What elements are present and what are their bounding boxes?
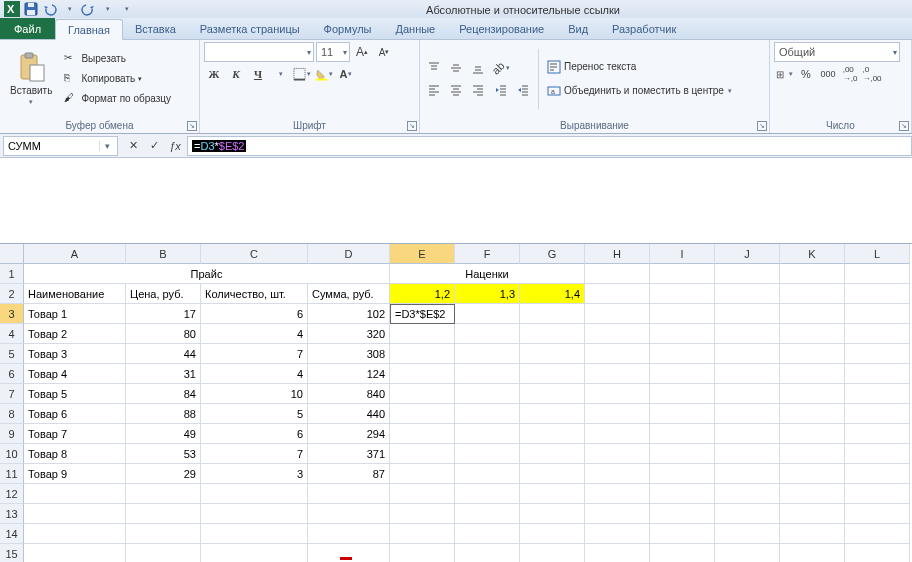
cell[interactable] <box>715 464 780 484</box>
paste-button[interactable]: Вставить ▾ <box>4 49 58 108</box>
cell[interactable] <box>650 384 715 404</box>
cell[interactable] <box>520 424 585 444</box>
cell[interactable] <box>780 424 845 444</box>
cell[interactable] <box>650 504 715 524</box>
row-header[interactable]: 1 <box>0 264 24 284</box>
cell[interactable]: 1,2 <box>390 284 455 304</box>
file-tab[interactable]: Файл <box>0 18 55 39</box>
cell[interactable]: 1,4 <box>520 284 585 304</box>
cell[interactable] <box>585 444 650 464</box>
row-header[interactable]: 10 <box>0 444 24 464</box>
cell[interactable] <box>390 324 455 344</box>
name-box[interactable]: СУММ <box>3 136 118 156</box>
cell[interactable] <box>390 384 455 404</box>
wrap-text-button[interactable]: Перенос текста <box>544 59 735 75</box>
cell[interactable] <box>520 464 585 484</box>
col-header[interactable]: G <box>520 244 585 264</box>
insert-function-icon[interactable]: ƒх <box>165 136 185 156</box>
row-header[interactable]: 2 <box>0 284 24 304</box>
cell[interactable]: 87 <box>308 464 390 484</box>
col-header[interactable]: I <box>650 244 715 264</box>
cell[interactable]: Количество, шт. <box>201 284 308 304</box>
cell[interactable] <box>24 524 126 544</box>
cell[interactable] <box>845 364 910 384</box>
cell[interactable]: Наименование <box>24 284 126 304</box>
qat-customize-icon[interactable] <box>118 1 134 17</box>
cell[interactable]: 84 <box>126 384 201 404</box>
cell[interactable] <box>390 404 455 424</box>
cell[interactable] <box>845 524 910 544</box>
cell[interactable]: Товар 9 <box>24 464 126 484</box>
cell[interactable]: 31 <box>126 364 201 384</box>
cell[interactable]: Прайс <box>24 264 390 284</box>
cell[interactable] <box>650 444 715 464</box>
italic-button[interactable]: К <box>226 64 246 84</box>
col-header[interactable]: D <box>308 244 390 264</box>
cell[interactable] <box>845 324 910 344</box>
cell[interactable] <box>455 384 520 404</box>
cell[interactable] <box>650 484 715 504</box>
cell[interactable] <box>845 344 910 364</box>
cell[interactable] <box>520 364 585 384</box>
cell[interactable] <box>585 404 650 424</box>
copy-button[interactable]: ⎘Копировать▾ <box>61 71 174 87</box>
row-header[interactable]: 8 <box>0 404 24 424</box>
cell[interactable] <box>455 404 520 424</box>
cell[interactable]: Товар 5 <box>24 384 126 404</box>
cell[interactable]: 29 <box>126 464 201 484</box>
cell[interactable]: 308 <box>308 344 390 364</box>
cell[interactable] <box>650 424 715 444</box>
cell[interactable] <box>455 304 520 324</box>
cell[interactable] <box>585 524 650 544</box>
accounting-format-icon[interactable]: ⊞ <box>774 64 794 84</box>
cell[interactable]: Товар 1 <box>24 304 126 324</box>
cell[interactable]: 440 <box>308 404 390 424</box>
undo-icon[interactable] <box>42 1 58 17</box>
col-header[interactable]: E <box>390 244 455 264</box>
clipboard-dialog-launcher[interactable]: ↘ <box>187 121 197 131</box>
save-icon[interactable] <box>23 1 39 17</box>
cell[interactable] <box>455 484 520 504</box>
cell[interactable] <box>455 444 520 464</box>
cell[interactable] <box>390 464 455 484</box>
cell[interactable]: Товар 4 <box>24 364 126 384</box>
cell[interactable] <box>715 444 780 464</box>
cell[interactable] <box>308 524 390 544</box>
align-top-icon[interactable] <box>424 58 444 78</box>
cell[interactable] <box>715 324 780 344</box>
cell[interactable] <box>201 544 308 562</box>
col-header[interactable]: C <box>201 244 308 264</box>
number-format-combo[interactable]: Общий <box>774 42 900 62</box>
cell[interactable] <box>24 504 126 524</box>
cell[interactable] <box>650 544 715 562</box>
bold-button[interactable]: Ж <box>204 64 224 84</box>
cell[interactable]: Цена, руб. <box>126 284 201 304</box>
decrease-font-icon[interactable]: A▾ <box>374 42 394 62</box>
increase-decimal-icon[interactable]: ,00→,0 <box>840 64 860 84</box>
cell[interactable]: 124 <box>308 364 390 384</box>
cell[interactable] <box>520 444 585 464</box>
cell[interactable] <box>455 524 520 544</box>
row-header[interactable]: 7 <box>0 384 24 404</box>
percent-icon[interactable]: % <box>796 64 816 84</box>
font-name-combo[interactable] <box>204 42 314 62</box>
cell[interactable] <box>715 364 780 384</box>
tab-data[interactable]: Данные <box>383 18 447 39</box>
tab-home[interactable]: Главная <box>55 19 123 40</box>
cell[interactable] <box>390 524 455 544</box>
cell[interactable]: 80 <box>126 324 201 344</box>
cell[interactable] <box>390 344 455 364</box>
cell[interactable]: Товар 3 <box>24 344 126 364</box>
cell[interactable] <box>715 404 780 424</box>
cell[interactable] <box>585 344 650 364</box>
cell[interactable] <box>715 544 780 562</box>
merge-center-button[interactable]: aОбъединить и поместить в центре <box>544 83 735 99</box>
format-painter-button[interactable]: 🖌Формат по образцу <box>61 91 174 107</box>
cell[interactable] <box>455 464 520 484</box>
increase-font-icon[interactable]: A▴ <box>352 42 372 62</box>
cell[interactable]: 371 <box>308 444 390 464</box>
cell[interactable]: 88 <box>126 404 201 424</box>
cell[interactable] <box>455 424 520 444</box>
cell[interactable] <box>715 384 780 404</box>
cell[interactable] <box>201 504 308 524</box>
